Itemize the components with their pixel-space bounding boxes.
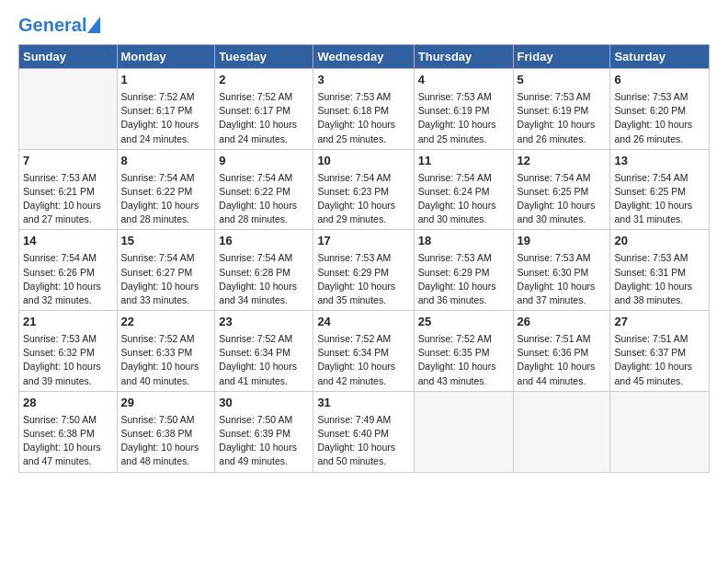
weekday-header-saturday: Saturday [610, 45, 710, 69]
calendar-cell: 21Sunrise: 7:53 AM Sunset: 6:32 PM Dayli… [19, 311, 118, 392]
day-number: 16 [219, 233, 309, 250]
day-info: Sunrise: 7:50 AM Sunset: 6:38 PM Dayligh… [23, 413, 113, 469]
day-info: Sunrise: 7:53 AM Sunset: 6:29 PM Dayligh… [418, 251, 509, 307]
day-number: 12 [518, 153, 607, 170]
calendar-cell: 29Sunrise: 7:50 AM Sunset: 6:38 PM Dayli… [117, 391, 215, 472]
day-number: 27 [614, 314, 705, 331]
calendar-cell: 9Sunrise: 7:54 AM Sunset: 6:22 PM Daylig… [215, 149, 313, 230]
calendar-table: SundayMondayTuesdayWednesdayThursdayFrid… [18, 44, 710, 473]
calendar-cell: 17Sunrise: 7:53 AM Sunset: 6:29 PM Dayli… [313, 230, 414, 311]
weekday-header-tuesday: Tuesday [215, 45, 313, 69]
calendar-cell: 11Sunrise: 7:54 AM Sunset: 6:24 PM Dayli… [414, 149, 513, 230]
day-number: 28 [23, 395, 113, 412]
logo-arrow-icon [87, 17, 100, 33]
day-number: 3 [317, 72, 409, 89]
day-info: Sunrise: 7:54 AM Sunset: 6:25 PM Dayligh… [518, 171, 607, 227]
day-info: Sunrise: 7:52 AM Sunset: 6:17 PM Dayligh… [121, 90, 211, 146]
calendar-cell: 3Sunrise: 7:53 AM Sunset: 6:18 PM Daylig… [313, 69, 414, 150]
day-number: 29 [121, 395, 211, 412]
day-number: 7 [23, 153, 113, 170]
calendar-week-1: 1Sunrise: 7:52 AM Sunset: 6:17 PM Daylig… [19, 69, 710, 150]
day-info: Sunrise: 7:53 AM Sunset: 6:20 PM Dayligh… [614, 90, 705, 146]
calendar-cell [414, 391, 513, 472]
page: General SundayMondayTuesdayWednesdayThur… [0, 0, 728, 482]
calendar-week-2: 7Sunrise: 7:53 AM Sunset: 6:21 PM Daylig… [19, 149, 710, 230]
day-number: 21 [23, 314, 113, 331]
calendar-cell: 2Sunrise: 7:52 AM Sunset: 6:17 PM Daylig… [215, 69, 313, 150]
calendar-cell: 20Sunrise: 7:53 AM Sunset: 6:31 PM Dayli… [610, 230, 710, 311]
day-info: Sunrise: 7:54 AM Sunset: 6:22 PM Dayligh… [121, 171, 211, 227]
logo: General [18, 15, 100, 35]
day-number: 10 [317, 153, 409, 170]
day-info: Sunrise: 7:54 AM Sunset: 6:24 PM Dayligh… [418, 171, 509, 227]
logo-general-text: General [18, 15, 86, 35]
day-number: 23 [219, 314, 309, 331]
day-info: Sunrise: 7:53 AM Sunset: 6:30 PM Dayligh… [518, 251, 607, 307]
day-info: Sunrise: 7:53 AM Sunset: 6:31 PM Dayligh… [614, 251, 705, 307]
day-info: Sunrise: 7:50 AM Sunset: 6:38 PM Dayligh… [121, 413, 211, 469]
calendar-cell: 31Sunrise: 7:49 AM Sunset: 6:40 PM Dayli… [313, 391, 414, 472]
calendar-cell: 10Sunrise: 7:54 AM Sunset: 6:23 PM Dayli… [313, 149, 414, 230]
day-info: Sunrise: 7:52 AM Sunset: 6:35 PM Dayligh… [418, 332, 509, 388]
day-number: 25 [418, 314, 509, 331]
calendar-week-3: 14Sunrise: 7:54 AM Sunset: 6:26 PM Dayli… [19, 230, 710, 311]
calendar-cell: 23Sunrise: 7:52 AM Sunset: 6:34 PM Dayli… [215, 311, 313, 392]
day-number: 5 [518, 72, 607, 89]
day-number: 31 [317, 395, 409, 412]
day-number: 15 [121, 233, 211, 250]
day-number: 24 [317, 314, 409, 331]
calendar-cell: 14Sunrise: 7:54 AM Sunset: 6:26 PM Dayli… [19, 230, 118, 311]
day-number: 18 [418, 233, 509, 250]
day-info: Sunrise: 7:54 AM Sunset: 6:25 PM Dayligh… [614, 171, 705, 227]
weekday-header-row: SundayMondayTuesdayWednesdayThursdayFrid… [19, 45, 710, 69]
day-info: Sunrise: 7:54 AM Sunset: 6:26 PM Dayligh… [23, 251, 113, 307]
day-info: Sunrise: 7:53 AM Sunset: 6:18 PM Dayligh… [317, 90, 409, 146]
day-number: 1 [121, 72, 211, 89]
day-number: 8 [121, 153, 211, 170]
day-info: Sunrise: 7:52 AM Sunset: 6:34 PM Dayligh… [317, 332, 409, 388]
calendar-cell: 18Sunrise: 7:53 AM Sunset: 6:29 PM Dayli… [414, 230, 513, 311]
calendar-cell: 16Sunrise: 7:54 AM Sunset: 6:28 PM Dayli… [215, 230, 313, 311]
day-info: Sunrise: 7:53 AM Sunset: 6:19 PM Dayligh… [518, 90, 607, 146]
calendar-cell: 30Sunrise: 7:50 AM Sunset: 6:39 PM Dayli… [215, 391, 313, 472]
day-info: Sunrise: 7:53 AM Sunset: 6:32 PM Dayligh… [23, 332, 113, 388]
calendar-cell: 28Sunrise: 7:50 AM Sunset: 6:38 PM Dayli… [19, 391, 118, 472]
calendar-cell: 27Sunrise: 7:51 AM Sunset: 6:37 PM Dayli… [610, 311, 710, 392]
calendar-week-4: 21Sunrise: 7:53 AM Sunset: 6:32 PM Dayli… [19, 311, 710, 392]
day-number: 26 [518, 314, 607, 331]
calendar-body: 1Sunrise: 7:52 AM Sunset: 6:17 PM Daylig… [19, 69, 710, 473]
day-number: 22 [121, 314, 211, 331]
day-number: 4 [418, 72, 509, 89]
calendar-cell: 1Sunrise: 7:52 AM Sunset: 6:17 PM Daylig… [117, 69, 215, 150]
calendar-cell: 13Sunrise: 7:54 AM Sunset: 6:25 PM Dayli… [610, 149, 710, 230]
calendar-cell: 22Sunrise: 7:52 AM Sunset: 6:33 PM Dayli… [117, 311, 215, 392]
logo-line1: General [18, 15, 100, 35]
day-info: Sunrise: 7:52 AM Sunset: 6:17 PM Dayligh… [219, 90, 309, 146]
day-info: Sunrise: 7:54 AM Sunset: 6:23 PM Dayligh… [317, 171, 409, 227]
calendar-cell: 25Sunrise: 7:52 AM Sunset: 6:35 PM Dayli… [414, 311, 513, 392]
calendar-cell: 24Sunrise: 7:52 AM Sunset: 6:34 PM Dayli… [313, 311, 414, 392]
day-info: Sunrise: 7:54 AM Sunset: 6:28 PM Dayligh… [219, 251, 309, 307]
weekday-header-thursday: Thursday [414, 45, 513, 69]
day-info: Sunrise: 7:52 AM Sunset: 6:34 PM Dayligh… [219, 332, 309, 388]
calendar-cell: 6Sunrise: 7:53 AM Sunset: 6:20 PM Daylig… [610, 69, 710, 150]
calendar-cell: 5Sunrise: 7:53 AM Sunset: 6:19 PM Daylig… [513, 69, 610, 150]
day-number: 20 [614, 233, 705, 250]
day-info: Sunrise: 7:51 AM Sunset: 6:36 PM Dayligh… [518, 332, 607, 388]
day-number: 13 [614, 153, 705, 170]
day-info: Sunrise: 7:52 AM Sunset: 6:33 PM Dayligh… [121, 332, 211, 388]
day-info: Sunrise: 7:51 AM Sunset: 6:37 PM Dayligh… [614, 332, 705, 388]
calendar-cell [19, 69, 118, 150]
calendar-cell: 19Sunrise: 7:53 AM Sunset: 6:30 PM Dayli… [513, 230, 610, 311]
calendar-cell: 12Sunrise: 7:54 AM Sunset: 6:25 PM Dayli… [513, 149, 610, 230]
calendar-cell [610, 391, 710, 472]
calendar-cell [513, 391, 610, 472]
day-info: Sunrise: 7:53 AM Sunset: 6:21 PM Dayligh… [23, 171, 113, 227]
calendar-header: SundayMondayTuesdayWednesdayThursdayFrid… [19, 45, 710, 69]
calendar-cell: 26Sunrise: 7:51 AM Sunset: 6:36 PM Dayli… [513, 311, 610, 392]
day-number: 17 [317, 233, 409, 250]
day-info: Sunrise: 7:53 AM Sunset: 6:29 PM Dayligh… [317, 251, 409, 307]
day-number: 19 [518, 233, 607, 250]
day-info: Sunrise: 7:54 AM Sunset: 6:27 PM Dayligh… [121, 251, 211, 307]
day-number: 30 [219, 395, 309, 412]
